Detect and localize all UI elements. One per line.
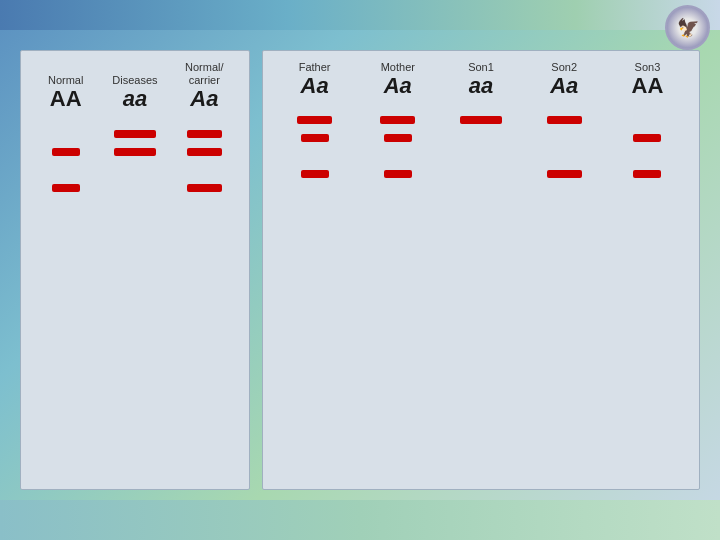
right-gel-row-3 [273, 147, 689, 165]
gel-row-2 [31, 143, 239, 161]
col-mother-value: Aa [384, 74, 412, 98]
gel-cell [273, 134, 356, 142]
right-panel-header: Father Aa Mother Aa Son1 aa Son2 Aa Son3… [273, 61, 689, 98]
col-son1-value: aa [469, 74, 493, 98]
band [547, 116, 582, 124]
right-gel-row-1 [273, 111, 689, 129]
gel-cell [170, 130, 239, 138]
gel-cell [606, 170, 689, 178]
gel-cell [31, 184, 100, 192]
left-gel-area [31, 120, 239, 202]
band [301, 134, 329, 142]
band [633, 170, 661, 178]
band [460, 116, 502, 124]
band [380, 116, 415, 124]
col-mother: Mother Aa [356, 61, 439, 98]
col-carrier-value: Aa [190, 87, 218, 111]
gel-cell [170, 148, 239, 156]
top-stripe [0, 0, 720, 30]
gel-cell [523, 116, 606, 124]
gel-cell [170, 184, 239, 192]
gel-row-4 [31, 179, 239, 197]
band [187, 148, 222, 156]
main-content: Normal AA Diseases aa Normal/carrier Aa [20, 50, 700, 490]
right-gel-row-2 [273, 129, 689, 147]
col-diseases: Diseases aa [100, 74, 169, 111]
col-diseases-value: aa [123, 87, 147, 111]
gel-cell [523, 170, 606, 178]
col-son1: Son1 aa [439, 61, 522, 98]
logo-icon: 🦅 [665, 5, 710, 50]
right-gel-row-4 [273, 165, 689, 183]
band [633, 134, 661, 142]
right-panel: Father Aa Mother Aa Son1 aa Son2 Aa Son3… [262, 50, 700, 490]
band [547, 170, 582, 178]
gel-cell [31, 148, 100, 156]
gel-cell [606, 134, 689, 142]
col-father: Father Aa [273, 61, 356, 98]
band [52, 148, 80, 156]
gel-cell [273, 170, 356, 178]
col-son2: Son2 Aa [523, 61, 606, 98]
band [52, 184, 80, 192]
left-panel-header: Normal AA Diseases aa Normal/carrier Aa [31, 61, 239, 112]
gel-cell [356, 116, 439, 124]
col-father-value: Aa [301, 74, 329, 98]
gel-cell [100, 130, 169, 138]
col-carrier-label: Normal/carrier [185, 61, 224, 87]
gel-cell [356, 170, 439, 178]
gel-cell [273, 116, 356, 124]
gel-row-1 [31, 125, 239, 143]
band [187, 184, 222, 192]
col-normal: Normal AA [31, 74, 100, 111]
col-son3-value: AA [632, 74, 664, 98]
gel-cell [439, 116, 522, 124]
band [114, 148, 156, 156]
col-carrier: Normal/carrier Aa [170, 61, 239, 112]
band [114, 130, 156, 138]
band [297, 116, 332, 124]
left-panel: Normal AA Diseases aa Normal/carrier Aa [20, 50, 250, 490]
col-son3: Son3 AA [606, 61, 689, 98]
gel-cell [100, 148, 169, 156]
right-gel-area [273, 106, 689, 188]
band [301, 170, 329, 178]
gel-row-3 [31, 161, 239, 179]
band [187, 130, 222, 138]
col-normal-value: AA [50, 87, 82, 111]
band [384, 134, 412, 142]
col-son2-value: Aa [550, 74, 578, 98]
band [384, 170, 412, 178]
gel-cell [356, 134, 439, 142]
bottom-stripe [0, 500, 720, 540]
